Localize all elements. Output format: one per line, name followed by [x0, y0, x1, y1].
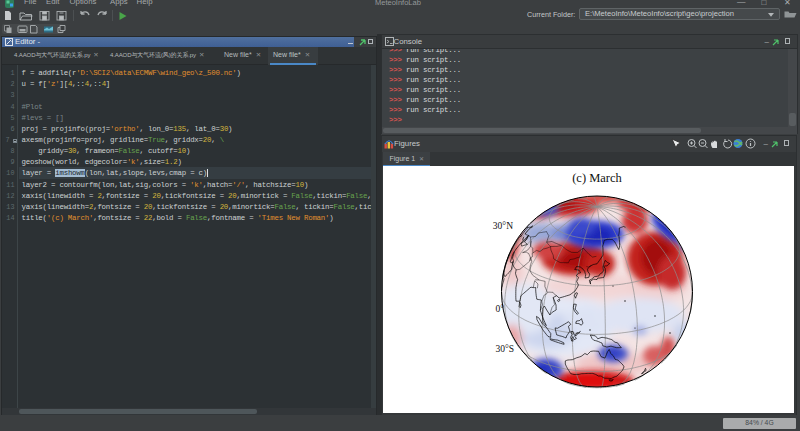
svg-text:30°S: 30°S — [495, 344, 514, 354]
svg-text:0°: 0° — [495, 304, 504, 314]
svg-text:30°N: 30°N — [493, 221, 513, 231]
svg-text:(c) March: (c) March — [572, 171, 622, 185]
